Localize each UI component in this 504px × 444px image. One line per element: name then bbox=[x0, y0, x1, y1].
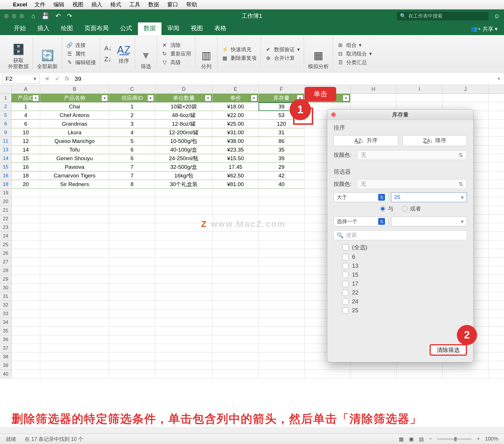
ribbon-flashfill[interactable]: ⚡快速填充 bbox=[222, 46, 251, 53]
row-header[interactable]: 9 bbox=[0, 128, 11, 137]
cell[interactable] bbox=[40, 327, 109, 335]
ribbon-refresh[interactable]: 🔄 全部刷新 bbox=[33, 37, 62, 70]
cell[interactable] bbox=[397, 361, 443, 370]
row-header[interactable]: 31 bbox=[0, 292, 11, 301]
cell[interactable] bbox=[213, 240, 259, 249]
cell[interactable] bbox=[488, 146, 504, 154]
menu-tools[interactable]: 工具 bbox=[129, 1, 140, 8]
cell[interactable] bbox=[109, 249, 155, 258]
col-header-I[interactable]: I bbox=[397, 85, 443, 94]
cell[interactable] bbox=[351, 94, 397, 102]
view-layout-icon[interactable]: ▣ bbox=[409, 436, 414, 442]
view-break-icon[interactable]: ▤ bbox=[419, 436, 424, 442]
cell[interactable] bbox=[213, 197, 259, 206]
cell[interactable] bbox=[488, 120, 504, 128]
data-cell[interactable]: ¥18.00 bbox=[213, 102, 259, 111]
expand-fbar-icon[interactable]: ▾ bbox=[498, 76, 500, 81]
ribbon-subtotal[interactable]: ☰分类汇总 bbox=[337, 59, 367, 66]
row-header[interactable]: 23 bbox=[0, 223, 11, 232]
filter-item[interactable]: 15 bbox=[342, 271, 467, 278]
cell[interactable] bbox=[11, 301, 40, 309]
row-header[interactable]: 35 bbox=[0, 327, 11, 335]
data-cell[interactable]: 6 bbox=[109, 154, 155, 163]
cell[interactable] bbox=[213, 275, 259, 284]
cell[interactable] bbox=[213, 370, 259, 378]
cell[interactable] bbox=[488, 353, 504, 361]
data-cell[interactable]: ¥31.00 bbox=[213, 128, 259, 137]
cell[interactable] bbox=[109, 197, 155, 206]
cell[interactable] bbox=[155, 344, 213, 353]
cell[interactable] bbox=[155, 353, 213, 361]
row-header[interactable]: 11 bbox=[0, 137, 11, 146]
cell[interactable] bbox=[11, 292, 40, 301]
data-cell[interactable]: 30个礼盒装 bbox=[155, 180, 213, 189]
cell[interactable] bbox=[259, 258, 305, 266]
data-cell[interactable]: ¥62.50 bbox=[213, 171, 259, 180]
row-header[interactable]: 32 bbox=[0, 301, 11, 309]
ribbon-whatif[interactable]: ▦ 模拟分析 bbox=[304, 37, 333, 70]
cell[interactable] bbox=[11, 327, 40, 335]
cell[interactable] bbox=[109, 223, 155, 232]
cell[interactable] bbox=[213, 353, 259, 361]
cell[interactable] bbox=[109, 361, 155, 370]
tab-formula[interactable]: 公式 bbox=[114, 21, 138, 35]
row-header[interactable]: 30 bbox=[0, 284, 11, 292]
ribbon-getdata[interactable]: 🗄️ 获取 外部数据 bbox=[4, 37, 33, 70]
row-header[interactable]: 22 bbox=[0, 215, 11, 223]
row-header[interactable]: 36 bbox=[0, 335, 11, 344]
data-cell[interactable]: 16kg/包 bbox=[155, 171, 213, 180]
cell[interactable] bbox=[109, 301, 155, 309]
filter-op1-select[interactable]: 大于⇅ bbox=[334, 192, 388, 202]
sort-color-select[interactable]: 无⇅ bbox=[357, 150, 467, 160]
row-header[interactable]: 38 bbox=[0, 353, 11, 361]
cell[interactable] bbox=[11, 189, 40, 197]
row-header[interactable]: 15 bbox=[0, 163, 11, 171]
cell[interactable] bbox=[305, 361, 351, 370]
tab-insert[interactable]: 插入 bbox=[32, 21, 55, 35]
cell[interactable] bbox=[109, 206, 155, 215]
cell[interactable] bbox=[40, 258, 109, 266]
data-cell[interactable]: 10箱×20袋 bbox=[155, 102, 213, 111]
tab-table[interactable]: 表格 bbox=[209, 21, 232, 35]
menu-insert[interactable]: 插入 bbox=[91, 1, 102, 8]
cell[interactable] bbox=[109, 292, 155, 301]
cell[interactable] bbox=[488, 344, 504, 353]
row-header[interactable]: 13 bbox=[0, 146, 11, 154]
row-header[interactable]: 19 bbox=[0, 189, 11, 197]
cell[interactable] bbox=[259, 370, 305, 378]
cell[interactable] bbox=[443, 361, 488, 370]
confirm-icon[interactable]: ✓ bbox=[55, 75, 60, 82]
data-cell[interactable]: 10-500g/包 bbox=[155, 137, 213, 146]
cell[interactable] bbox=[40, 240, 109, 249]
cell[interactable] bbox=[155, 189, 213, 197]
cell[interactable] bbox=[11, 284, 40, 292]
data-cell[interactable]: 5 bbox=[109, 137, 155, 146]
cell[interactable] bbox=[259, 344, 305, 353]
ribbon-validation[interactable]: ✔数据验证 ▾ bbox=[265, 46, 300, 53]
cell[interactable] bbox=[109, 318, 155, 327]
cell[interactable] bbox=[488, 94, 504, 102]
data-cell[interactable]: ¥81.00 bbox=[213, 180, 259, 189]
data-cell[interactable]: Lkura bbox=[40, 128, 109, 137]
data-cell[interactable]: ¥25.00 bbox=[213, 120, 259, 128]
cell[interactable] bbox=[40, 361, 109, 370]
filter-dropdown-icon[interactable]: ▾ bbox=[101, 95, 108, 101]
name-box[interactable]: F2▾ bbox=[2, 74, 40, 84]
data-cell[interactable]: 31 bbox=[259, 128, 305, 137]
cell[interactable] bbox=[11, 197, 40, 206]
tab-review[interactable]: 审阅 bbox=[161, 21, 185, 35]
zoom-out-icon[interactable]: − bbox=[429, 436, 432, 442]
select-all-corner[interactable] bbox=[0, 85, 11, 94]
cell[interactable] bbox=[40, 232, 109, 240]
cell[interactable] bbox=[213, 327, 259, 335]
cell[interactable] bbox=[443, 94, 488, 102]
formula-value[interactable]: 39 bbox=[75, 75, 81, 82]
cell[interactable] bbox=[11, 215, 40, 223]
cell[interactable] bbox=[305, 370, 351, 378]
table-header-cell[interactable]: 单位数量▾ bbox=[155, 94, 213, 102]
cell[interactable] bbox=[109, 370, 155, 378]
cell[interactable] bbox=[40, 318, 109, 327]
fx-icon[interactable]: fx bbox=[65, 75, 70, 82]
data-cell[interactable]: Chef Antons bbox=[40, 111, 109, 120]
cell[interactable] bbox=[488, 275, 504, 284]
